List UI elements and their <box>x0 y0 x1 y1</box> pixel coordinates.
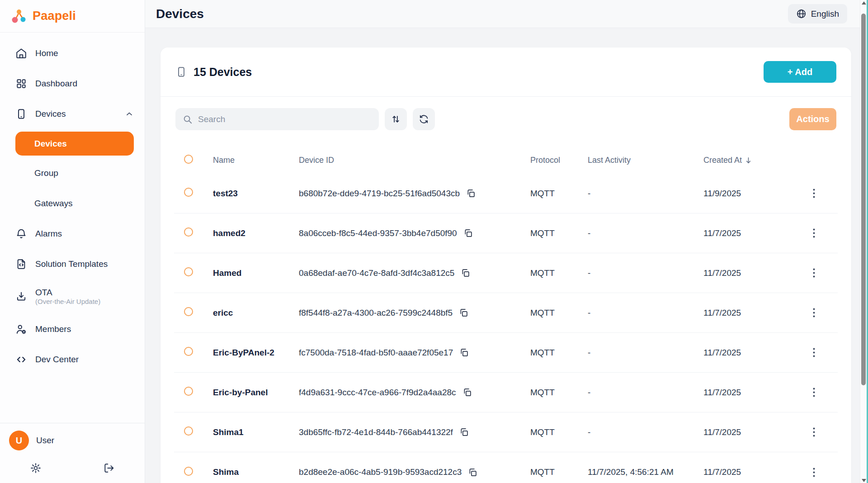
device-protocol: MQTT <box>530 228 588 238</box>
row-select-radio[interactable] <box>184 188 193 197</box>
table-row[interactable]: Eric-by-Panel f4d9a631-9ccc-47ce-a966-7f… <box>174 373 838 412</box>
page-scrollbar[interactable] <box>860 0 867 483</box>
language-button[interactable]: English <box>788 4 847 24</box>
column-header-protocol[interactable]: Protocol <box>530 156 588 165</box>
logout-icon[interactable] <box>103 462 115 474</box>
row-select-radio[interactable] <box>184 426 193 436</box>
copy-icon <box>459 348 469 357</box>
row-menu-button[interactable] <box>809 386 819 399</box>
copy-icon <box>468 468 477 477</box>
row-menu-button[interactable] <box>809 266 819 279</box>
row-menu-button[interactable] <box>809 426 819 439</box>
avatar: U <box>9 431 29 450</box>
table-row[interactable]: ericc f8f544f8-a27a-4300-ac26-7599c2448b… <box>174 293 838 333</box>
kebab-menu-icon <box>813 189 815 198</box>
row-select-radio[interactable] <box>184 227 193 237</box>
sidebar-item-label: Dev Center <box>35 355 79 365</box>
sidebar-item-dev-center[interactable]: Dev Center <box>5 347 140 372</box>
column-header-created-at[interactable]: Created At <box>703 156 790 165</box>
device-name: Shima1 <box>213 427 299 437</box>
sort-arrows-icon <box>391 114 401 124</box>
refresh-button[interactable] <box>413 108 435 130</box>
sidebar-item-label: Gateways <box>34 199 72 208</box>
sidebar-nav: Home Dashboard Devices Devices Group <box>0 33 145 423</box>
user-cog-icon <box>15 323 27 335</box>
content: 15 Devices + Add <box>145 28 868 483</box>
copy-device-id-button[interactable] <box>466 189 476 198</box>
row-select-radio[interactable] <box>184 267 193 276</box>
table-row[interactable]: test23 b680b72e-dde9-4719-bc25-51f6ad504… <box>174 174 838 213</box>
brand-molecule-icon <box>11 8 27 24</box>
copy-device-id-button[interactable] <box>459 348 469 357</box>
settings-gear-icon[interactable] <box>30 462 42 474</box>
row-select-radio[interactable] <box>184 467 193 476</box>
row-menu-button[interactable] <box>809 227 819 240</box>
devices-panel: 15 Devices + Add <box>160 47 851 483</box>
column-header-name[interactable]: Name <box>213 156 299 165</box>
copy-device-id-button[interactable] <box>462 388 472 397</box>
sidebar-item-home[interactable]: Home <box>5 41 140 66</box>
copy-device-id-button[interactable] <box>468 468 477 477</box>
topbar: Devices English <box>145 0 868 28</box>
sidebar-item-ota[interactable]: OTA (Over-the-Air Update) <box>5 282 140 312</box>
sort-desc-arrow-icon <box>745 156 752 164</box>
scrollbar-up-arrow[interactable] <box>862 1 866 5</box>
row-menu-button[interactable] <box>809 346 819 359</box>
device-id: 8a06cceb-f8c5-44ed-9357-3bb4e7d50f90 <box>299 228 457 238</box>
select-all-radio[interactable] <box>184 155 193 164</box>
copy-device-id-button[interactable] <box>463 228 473 238</box>
row-select-radio[interactable] <box>184 387 193 396</box>
copy-icon <box>459 427 469 437</box>
copy-icon <box>461 268 470 278</box>
sidebar-item-devices[interactable]: Devices <box>15 132 134 156</box>
device-name: Hamed <box>213 268 299 278</box>
refresh-icon <box>419 114 429 124</box>
add-device-button[interactable]: + Add <box>764 61 836 83</box>
table-row[interactable]: hamed2 8a06cceb-f8c5-44ed-9357-3bb4e7d50… <box>174 213 838 253</box>
row-select-radio[interactable] <box>184 307 193 316</box>
device-name: test23 <box>213 189 299 199</box>
sidebar-item-solution-templates[interactable]: Solution Templates <box>5 251 140 277</box>
row-select-radio[interactable] <box>184 347 193 356</box>
sidebar: Paapeli Home Dashboard Devices <box>0 0 145 483</box>
table-row[interactable]: Shima1 3db65ffc-fb72-4e1d-844b-766ab4413… <box>174 412 838 452</box>
device-protocol: MQTT <box>530 467 588 477</box>
user-profile[interactable]: U User <box>9 431 136 450</box>
device-last-activity: - <box>588 308 703 318</box>
device-protocol: MQTT <box>530 348 588 358</box>
scrollbar-thumb[interactable] <box>861 14 866 385</box>
copy-device-id-button[interactable] <box>459 427 469 437</box>
device-id: 3db65ffc-fb72-4e1d-844b-766ab441322f <box>299 427 453 437</box>
sidebar-item-dashboard[interactable]: Dashboard <box>5 71 140 96</box>
row-menu-button[interactable] <box>809 187 819 200</box>
sort-button[interactable] <box>385 108 407 130</box>
search-icon <box>183 114 193 124</box>
device-count-label: 15 Devices <box>193 66 252 79</box>
device-created-at: 11/7/2025 <box>703 268 790 278</box>
actions-button[interactable]: Actions <box>789 108 836 130</box>
search-input[interactable] <box>198 114 361 124</box>
scrollbar-down-arrow[interactable] <box>862 479 866 482</box>
sidebar-item-alarms[interactable]: Alarms <box>5 221 140 246</box>
sidebar-item-gateways[interactable]: Gateways <box>5 191 140 216</box>
sidebar-item-members[interactable]: Members <box>5 317 140 342</box>
sidebar-item-devices-parent[interactable]: Devices <box>5 101 140 127</box>
table-row[interactable]: Hamed 0a68edaf-ae70-4c7e-8afd-3df4c3a812… <box>174 253 838 293</box>
sidebar-item-group[interactable]: Group <box>5 161 140 186</box>
dashboard-icon <box>15 78 27 90</box>
copy-device-id-button[interactable] <box>461 268 470 278</box>
kebab-menu-icon <box>813 388 815 397</box>
row-menu-button[interactable] <box>809 466 819 479</box>
device-name: hamed2 <box>213 228 299 238</box>
device-id: f8f544f8-a27a-4300-ac26-7599c2448bf5 <box>299 308 453 318</box>
copy-device-id-button[interactable] <box>459 308 468 317</box>
device-last-activity: 11/7/2025, 4:56:21 AM <box>588 467 703 477</box>
table-row[interactable]: Eric-ByPAnel-2 fc7500da-7518-4fad-b5f0-a… <box>174 333 838 373</box>
column-header-device-id[interactable]: Device ID <box>299 156 530 165</box>
kebab-menu-icon <box>813 348 815 357</box>
table-row[interactable]: Shima b2d8ee2e-a06c-4ab5-919b-9593acd212… <box>174 452 838 483</box>
table-header-row: Name Device ID Protocol Last Activity Cr… <box>174 147 838 174</box>
sidebar-item-sublabel: (Over-the-Air Update) <box>35 298 100 305</box>
row-menu-button[interactable] <box>809 306 819 319</box>
column-header-last-activity[interactable]: Last Activity <box>588 156 703 165</box>
